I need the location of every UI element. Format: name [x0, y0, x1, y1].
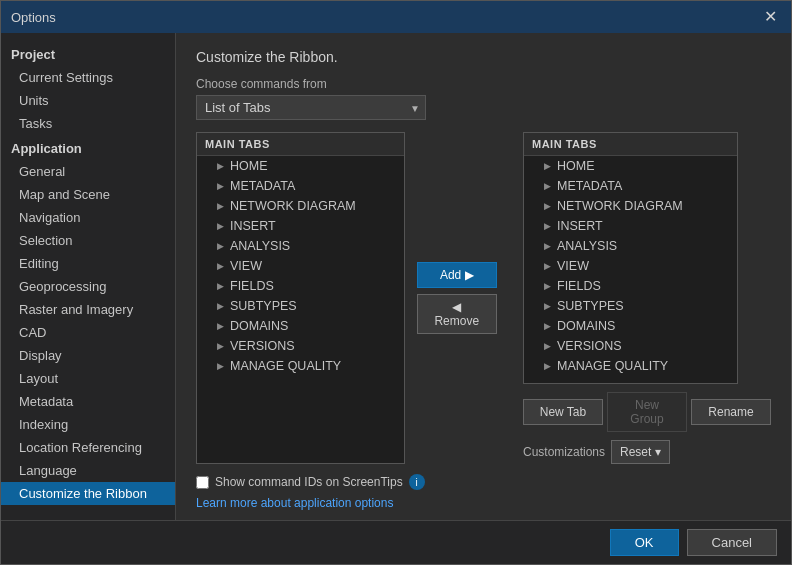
list-item-arrow-icon: ▶: [544, 201, 551, 211]
sidebar-item[interactable]: CAD: [1, 321, 175, 344]
info-icon[interactable]: i: [409, 474, 425, 490]
list-item[interactable]: ▶SUBTYPES: [524, 296, 737, 316]
sidebar-item[interactable]: Selection: [1, 229, 175, 252]
list-item-arrow-icon: ▶: [544, 241, 551, 251]
list-item-arrow-icon: ▶: [544, 181, 551, 191]
list-item-arrow-icon: ▶: [544, 341, 551, 351]
list-item[interactable]: ▶DOMAINS: [197, 316, 404, 336]
list-item[interactable]: ▶METADATA: [197, 176, 404, 196]
sidebar-item[interactable]: Indexing: [1, 413, 175, 436]
list-item-arrow-icon: ▶: [217, 281, 224, 291]
ok-button[interactable]: OK: [610, 529, 679, 556]
list-item-arrow-icon: ▶: [544, 161, 551, 171]
reset-label: Reset: [620, 445, 651, 459]
list-item[interactable]: ▶MANAGE QUALITY: [197, 356, 404, 376]
sidebar-section-header: Project: [1, 41, 175, 66]
checkbox-row: Show command IDs on ScreenTips i: [196, 474, 771, 490]
sidebar-item[interactable]: Location Referencing: [1, 436, 175, 459]
add-button[interactable]: Add ▶: [417, 262, 497, 288]
sidebar-item[interactable]: Metadata: [1, 390, 175, 413]
list-item-arrow-icon: ▶: [544, 281, 551, 291]
reset-button[interactable]: Reset ▾: [611, 440, 670, 464]
list-item[interactable]: ▶INSERT: [524, 216, 737, 236]
list-item[interactable]: ▶ANALYSIS: [197, 236, 404, 256]
remove-button[interactable]: ◀ Remove: [417, 294, 498, 334]
dialog-title: Options: [11, 10, 56, 25]
lists-row: MAIN TABS ▶HOME▶METADATA▶NETWORK DIAGRAM…: [196, 132, 771, 464]
right-list-header: MAIN TABS: [524, 133, 737, 156]
list-item[interactable]: ▶NETWORK DIAGRAM: [197, 196, 404, 216]
list-item[interactable]: ▶HOME: [524, 156, 737, 176]
list-item[interactable]: ▶ANALYSIS: [524, 236, 737, 256]
list-item-arrow-icon: ▶: [544, 361, 551, 371]
list-item[interactable]: ▶FIELDS: [197, 276, 404, 296]
sidebar-item[interactable]: General: [1, 160, 175, 183]
dropdown-wrapper: List of TabsPopular CommandsCommands Not…: [196, 95, 426, 120]
sidebar-item[interactable]: Raster and Imagery: [1, 298, 175, 321]
dialog-body: ProjectCurrent SettingsUnitsTasksApplica…: [1, 33, 791, 520]
right-panel: MAIN TABS ▶HOME▶METADATA▶NETWORK DIAGRAM…: [509, 132, 771, 464]
sidebar: ProjectCurrent SettingsUnitsTasksApplica…: [1, 33, 176, 520]
sidebar-item[interactable]: Units: [1, 89, 175, 112]
list-item[interactable]: ▶VERSIONS: [197, 336, 404, 356]
list-item[interactable]: ▶DOMAINS: [524, 316, 737, 336]
sidebar-item[interactable]: Navigation: [1, 206, 175, 229]
list-item-arrow-icon: ▶: [217, 201, 224, 211]
sidebar-section-header: Application: [1, 135, 175, 160]
list-item[interactable]: ▶VIEW: [524, 256, 737, 276]
sidebar-item[interactable]: Map and Scene: [1, 183, 175, 206]
list-item[interactable]: ▶MANAGE QUALITY: [524, 356, 737, 376]
list-item-arrow-icon: ▶: [544, 301, 551, 311]
list-item-arrow-icon: ▶: [544, 321, 551, 331]
list-item-arrow-icon: ▶: [217, 161, 224, 171]
list-item-arrow-icon: ▶: [217, 341, 224, 351]
section-title: Customize the Ribbon.: [196, 49, 771, 65]
sidebar-item[interactable]: Language: [1, 459, 175, 482]
new-tab-button[interactable]: New Tab: [523, 399, 603, 425]
new-group-button[interactable]: New Group: [607, 392, 687, 432]
sidebar-item[interactable]: Current Settings: [1, 66, 175, 89]
list-item-arrow-icon: ▶: [217, 321, 224, 331]
choose-label: Choose commands from: [196, 77, 771, 91]
list-item[interactable]: ▶VIEW: [197, 256, 404, 276]
main-content: Customize the Ribbon. Choose commands fr…: [176, 33, 791, 520]
sidebar-item[interactable]: Editing: [1, 252, 175, 275]
checkbox-label: Show command IDs on ScreenTips: [215, 475, 403, 489]
dialog-footer: OK Cancel: [1, 520, 791, 564]
list-item-arrow-icon: ▶: [217, 361, 224, 371]
right-list-panel: MAIN TABS ▶HOME▶METADATA▶NETWORK DIAGRAM…: [523, 132, 738, 384]
list-item[interactable]: ▶HOME: [197, 156, 404, 176]
list-item[interactable]: ▶INSERT: [197, 216, 404, 236]
sidebar-item[interactable]: Customize the Ribbon: [1, 482, 175, 505]
rename-button[interactable]: Rename: [691, 399, 771, 425]
commands-dropdown[interactable]: List of TabsPopular CommandsCommands Not…: [196, 95, 426, 120]
cancel-button[interactable]: Cancel: [687, 529, 777, 556]
customizations-row: Customizations Reset ▾: [523, 440, 771, 464]
learn-more-link[interactable]: Learn more about application options: [196, 496, 771, 510]
middle-buttons: Add ▶ ◀ Remove: [405, 132, 510, 464]
reset-arrow-icon: ▾: [655, 445, 661, 459]
list-item-arrow-icon: ▶: [544, 221, 551, 231]
customizations-label: Customizations: [523, 445, 605, 459]
list-item-arrow-icon: ▶: [544, 261, 551, 271]
sidebar-item[interactable]: Display: [1, 344, 175, 367]
list-item[interactable]: ▶METADATA: [524, 176, 737, 196]
sidebar-item[interactable]: Layout: [1, 367, 175, 390]
list-item-arrow-icon: ▶: [217, 301, 224, 311]
close-button[interactable]: ✕: [760, 7, 781, 27]
title-bar: Options ✕: [1, 1, 791, 33]
left-list-content: ▶HOME▶METADATA▶NETWORK DIAGRAM▶INSERT▶AN…: [197, 156, 404, 463]
left-list-header: MAIN TABS: [197, 133, 404, 156]
options-dialog: Options ✕ ProjectCurrent SettingsUnitsTa…: [0, 0, 792, 565]
list-item[interactable]: ▶FIELDS: [524, 276, 737, 296]
list-item[interactable]: ▶SUBTYPES: [197, 296, 404, 316]
sidebar-item[interactable]: Tasks: [1, 112, 175, 135]
list-item[interactable]: ▶NETWORK DIAGRAM: [524, 196, 737, 216]
sidebar-item[interactable]: Geoprocessing: [1, 275, 175, 298]
list-item-arrow-icon: ▶: [217, 181, 224, 191]
list-item[interactable]: ▶VERSIONS: [524, 336, 737, 356]
show-ids-checkbox[interactable]: [196, 476, 209, 489]
list-item-arrow-icon: ▶: [217, 221, 224, 231]
bottom-actions: New Tab New Group Rename: [523, 392, 771, 432]
list-item-arrow-icon: ▶: [217, 241, 224, 251]
